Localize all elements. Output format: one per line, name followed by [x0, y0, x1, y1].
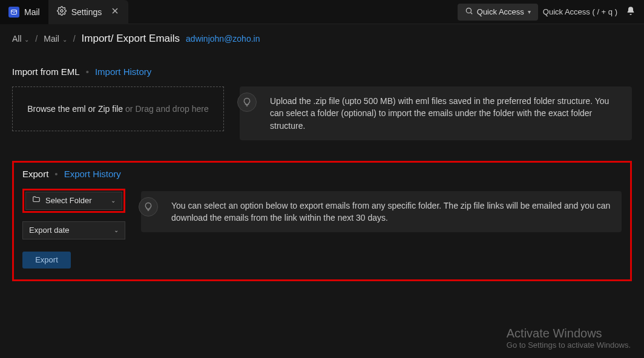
import-history-link[interactable]: Import History: [95, 67, 151, 77]
watermark-title: Activate Windows: [507, 327, 631, 340]
chevron-down-icon: ⌄: [111, 197, 116, 204]
svg-point-1: [61, 10, 63, 12]
quick-access-label: Quick Access: [477, 7, 524, 16]
import-hint: Upload the .zip file (upto 500 MB) with …: [240, 86, 632, 140]
dropzone-rest: or Drag and drop here: [123, 104, 209, 114]
account-email-link[interactable]: adwinjohn@zoho.in: [186, 34, 260, 44]
export-hint: You can select an option below to export…: [141, 191, 622, 233]
chevron-down-icon: ▾: [528, 8, 531, 15]
import-dropzone[interactable]: Browse the eml or Zip file or Drag and d…: [12, 86, 224, 131]
select-folder-highlight: Select Folder ⌄: [22, 189, 125, 213]
close-icon[interactable]: [110, 6, 120, 18]
import-label: Import from EML: [12, 67, 80, 77]
select-folder-label: Select Folder: [45, 196, 92, 205]
chevron-down-icon: ⌄: [61, 36, 67, 43]
tab-mail-label: Mail: [24, 7, 40, 17]
watermark-subtitle: Go to Settings to activate Windows.: [507, 340, 631, 350]
chevron-down-icon: ⌄: [23, 36, 30, 43]
export-section-highlight: Export • Export History Select Folder ⌄: [12, 161, 632, 281]
page-title: Import/ Export Emails: [82, 33, 180, 45]
select-folder-dropdown[interactable]: Select Folder ⌄: [25, 192, 122, 210]
folder-icon: [32, 195, 41, 206]
export-label: Export: [22, 169, 48, 179]
bulb-icon: [139, 197, 158, 216]
quick-access-button[interactable]: Quick Access ▾: [458, 4, 538, 21]
topbar: Mail Settings Quick Access ▾ Quick Acces…: [0, 0, 644, 24]
svg-point-2: [466, 8, 471, 13]
export-date-dropdown[interactable]: Export date ⌄: [22, 221, 125, 239]
quick-access-hint: Quick Access ( / + q ): [543, 7, 617, 16]
import-hint-text: Upload the .zip file (upto 500 MB) with …: [270, 96, 609, 131]
tab-settings-label: Settings: [71, 7, 102, 17]
windows-activation-watermark: Activate Windows Go to Settings to activ…: [507, 327, 631, 350]
export-button[interactable]: Export: [22, 252, 71, 268]
mail-icon: [8, 7, 19, 18]
bulb-icon: [237, 93, 257, 112]
bell-icon[interactable]: [626, 6, 636, 18]
chevron-down-icon: ⌄: [114, 227, 119, 233]
gear-icon: [57, 6, 67, 18]
separator-dot: •: [86, 67, 89, 77]
search-icon: [465, 7, 473, 17]
dropzone-strong: Browse the eml or Zip file: [27, 104, 123, 114]
crumb-mail[interactable]: Mail ⌄: [44, 34, 67, 44]
crumb-separator: /: [35, 34, 38, 44]
export-hint-text: You can select an option below to export…: [171, 201, 610, 223]
export-history-link[interactable]: Export History: [64, 169, 121, 179]
tab-mail[interactable]: Mail: [0, 0, 48, 24]
export-date-label: Export date: [29, 226, 70, 235]
separator-dot: •: [54, 169, 58, 179]
crumb-separator: /: [73, 34, 76, 44]
tab-settings[interactable]: Settings: [48, 0, 129, 24]
crumb-all[interactable]: All ⌄: [12, 34, 29, 44]
export-header: Export • Export History: [22, 169, 622, 179]
import-header: Import from EML • Import History: [12, 67, 632, 77]
breadcrumb: All ⌄ / Mail ⌄ / Import/ Export Emails a…: [0, 24, 644, 53]
